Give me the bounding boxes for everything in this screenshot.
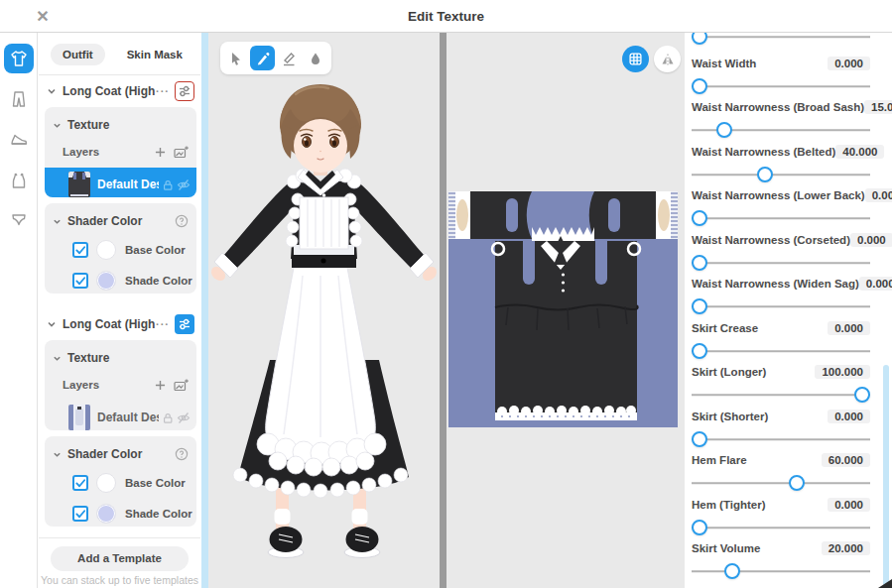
tool-blur[interactable] <box>303 46 327 70</box>
slider-handle[interactable] <box>692 298 707 314</box>
texture-viewport[interactable] <box>446 33 685 588</box>
base-color-swatch[interactable] <box>96 473 116 493</box>
slider-track[interactable] <box>692 305 870 307</box>
add-template-button[interactable]: Add a Template <box>51 546 189 571</box>
slider[interactable] <box>692 120 870 140</box>
slider[interactable] <box>692 76 870 96</box>
resize-grip[interactable] <box>878 579 892 588</box>
tool-select[interactable] <box>224 46 249 70</box>
slider-value[interactable]: 0.000 <box>828 321 870 335</box>
slider[interactable] <box>692 253 870 273</box>
slider-track[interactable] <box>692 174 870 176</box>
slider-handle[interactable] <box>692 520 707 535</box>
rail-item-bottoms[interactable] <box>4 84 34 114</box>
template-params-button-highlighted[interactable] <box>175 81 194 101</box>
slider-handle[interactable] <box>854 387 870 403</box>
tab-skin-mask[interactable]: Skin Mask <box>115 44 194 65</box>
slider-value[interactable]: 15.000 <box>864 100 892 114</box>
slider-value[interactable]: 0.000 <box>865 188 892 202</box>
more-menu-icon[interactable]: ··· <box>156 85 170 97</box>
add-image-layer-icon[interactable] <box>174 379 189 392</box>
rail-item-shoes[interactable] <box>4 125 34 155</box>
slider-handle[interactable] <box>692 431 707 447</box>
slider-value[interactable]: 20.000 <box>822 541 870 555</box>
slider-value[interactable]: 40.000 <box>835 145 884 159</box>
more-menu-icon[interactable]: ··· <box>156 318 170 330</box>
slider[interactable] <box>692 473 870 493</box>
rail-item-tops[interactable] <box>4 44 34 73</box>
slider-value[interactable]: 0.000 <box>850 233 892 247</box>
checkbox-checked[interactable] <box>72 475 88 491</box>
slider-value[interactable]: 0.000 <box>828 498 870 512</box>
slider-track[interactable] <box>692 438 870 440</box>
slider[interactable] <box>692 429 870 449</box>
base-color-swatch[interactable] <box>96 240 116 260</box>
add-layer-icon[interactable] <box>155 380 166 391</box>
slider-value[interactable]: 0.000 <box>859 277 892 291</box>
slider-handle[interactable] <box>789 475 805 491</box>
mirror-toggle-button[interactable] <box>654 46 681 72</box>
slider-handle[interactable] <box>692 255 707 271</box>
slider-track[interactable] <box>692 570 870 572</box>
slider-track[interactable] <box>692 262 870 264</box>
checkbox-checked[interactable] <box>72 242 88 258</box>
tool-brush[interactable] <box>250 46 275 70</box>
slider[interactable] <box>692 341 870 361</box>
slider[interactable] <box>692 165 870 184</box>
section-header-long-coat-1[interactable]: Long Coat (High ··· <box>45 81 194 101</box>
slider[interactable] <box>692 296 870 316</box>
viewport-divider[interactable] <box>440 33 446 588</box>
slider-track[interactable] <box>692 482 870 484</box>
slider[interactable] <box>692 385 870 405</box>
slider-value[interactable]: 0.000 <box>828 57 870 70</box>
left-panel-scrollbar[interactable] <box>201 33 208 588</box>
slider-partial[interactable] <box>692 33 870 47</box>
slider-value[interactable]: 60.000 <box>822 453 870 467</box>
params-scrollbar[interactable] <box>883 365 889 588</box>
model-viewport[interactable] <box>208 33 440 588</box>
slider[interactable] <box>692 561 870 581</box>
tab-outfit[interactable]: Outfit <box>51 44 105 65</box>
texture-canvas[interactable] <box>448 191 678 427</box>
slider-handle[interactable] <box>692 343 707 359</box>
rail-item-one-piece[interactable] <box>4 166 34 195</box>
slider[interactable] <box>692 518 870 537</box>
grid-toggle-button[interactable] <box>622 46 649 72</box>
slider-track[interactable] <box>692 85 870 87</box>
layer-row-default-design[interactable]: Default Desi <box>45 401 196 430</box>
base-color-row[interactable]: Base Color <box>72 472 196 494</box>
texture-subsection-header[interactable]: Texture <box>53 116 196 134</box>
lock-icon[interactable] <box>162 412 174 424</box>
add-layer-icon[interactable] <box>155 147 166 158</box>
shade-color-row[interactable]: Shade Color <box>72 270 196 292</box>
slider-track[interactable] <box>692 394 870 396</box>
add-image-layer-icon[interactable] <box>174 146 189 159</box>
slider-handle[interactable] <box>724 563 740 579</box>
template-params-button-active[interactable] <box>175 314 194 334</box>
slider-value[interactable]: 0.000 <box>828 410 870 423</box>
shade-color-swatch[interactable] <box>96 504 116 524</box>
help-icon[interactable] <box>175 447 189 461</box>
layer-row-default-design[interactable]: Default Desi <box>45 168 196 197</box>
slider-handle[interactable] <box>692 210 707 226</box>
texture-subsection-header[interactable]: Texture <box>53 349 196 367</box>
slider-track[interactable] <box>692 36 870 38</box>
slider-handle[interactable] <box>692 33 707 45</box>
help-icon[interactable] <box>175 214 189 228</box>
shader-subsection-header[interactable]: Shader Color <box>53 212 196 230</box>
shade-color-swatch[interactable] <box>96 271 116 291</box>
base-color-row[interactable]: Base Color <box>72 239 196 261</box>
slider-handle[interactable] <box>716 122 732 138</box>
shade-color-row[interactable]: Shade Color <box>72 503 196 525</box>
tool-eraser[interactable] <box>277 46 302 70</box>
slider[interactable] <box>692 208 870 228</box>
slider-track[interactable] <box>692 217 870 219</box>
shader-subsection-header[interactable]: Shader Color <box>53 445 196 463</box>
eye-off-icon[interactable] <box>177 178 191 191</box>
slider-handle[interactable] <box>757 167 773 182</box>
slider-value[interactable]: 100.000 <box>815 365 870 379</box>
lock-icon[interactable] <box>162 178 174 191</box>
eye-off-icon[interactable] <box>177 412 191 424</box>
rail-item-underwear[interactable] <box>4 204 34 234</box>
checkbox-checked[interactable] <box>72 506 88 522</box>
